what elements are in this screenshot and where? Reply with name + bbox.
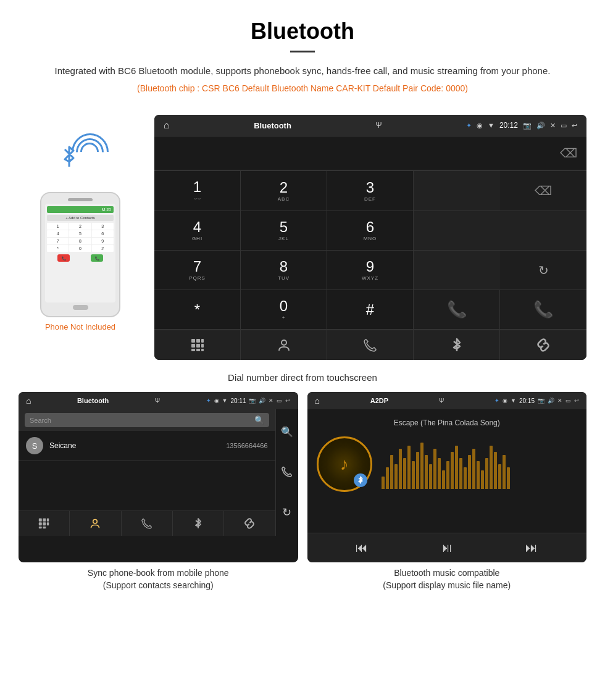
pb-refresh-side-icon[interactable]: ↻ xyxy=(281,506,293,519)
pb-rect-icon[interactable]: ▭ xyxy=(277,398,282,404)
music-rect-icon[interactable]: ▭ xyxy=(565,398,571,404)
dial-key-4[interactable]: 4 GHI xyxy=(154,211,241,251)
music-card: ⌂ A2DP Ψ ✦ ◉ ▼ 20:15 📷 🔊 ✕ ▭ ↩ Escape (T… xyxy=(307,392,587,596)
dial-end-button[interactable]: 📞 xyxy=(500,290,586,330)
visualizer-bar xyxy=(485,458,488,489)
contact-avatar: S xyxy=(26,437,43,454)
window-icon[interactable]: ▭ xyxy=(561,122,567,130)
music-body: Escape (The Pina Colada Song) ♪ xyxy=(307,409,587,533)
pb-close-icon[interactable]: ✕ xyxy=(269,398,273,404)
pb-call-side-icon[interactable] xyxy=(281,466,293,477)
pb-search-side-icon[interactable]: 🔍 xyxy=(281,426,293,438)
pb-vol-icon[interactable]: 🔊 xyxy=(259,398,265,404)
next-track-button[interactable]: ⏭ xyxy=(525,541,538,555)
phone-key: 3 xyxy=(92,223,114,230)
phone-key: 8 xyxy=(69,238,91,244)
phone-key: 6 xyxy=(92,230,114,237)
dial-call-button[interactable]: 📞 xyxy=(414,290,500,330)
phonebook-footer xyxy=(19,510,275,536)
visualizer-bar xyxy=(451,452,454,489)
dial-key-1[interactable]: 1 ⌣⌣ xyxy=(154,171,241,211)
call-icon: 📞 xyxy=(447,300,467,319)
search-area: Search 🔍 xyxy=(19,409,275,431)
prev-track-button[interactable]: ⏮ xyxy=(356,541,368,555)
location-icon: ◉ xyxy=(477,122,483,130)
dial-refresh-button[interactable]: ↻ xyxy=(500,251,586,290)
music-back-icon[interactable]: ↩ xyxy=(574,398,579,404)
footer-bluetooth-btn[interactable] xyxy=(414,330,500,360)
contact-row[interactable]: S Seicane 13566664466 xyxy=(19,431,275,461)
svg-rect-17 xyxy=(43,527,46,528)
footer-phone-btn[interactable] xyxy=(327,330,414,360)
dial-key-3[interactable]: 3 DEF xyxy=(327,171,414,211)
music-wifi-icon: ▼ xyxy=(511,398,516,404)
pb-footer-phone[interactable] xyxy=(122,511,173,536)
dial-key-6[interactable]: 6 MNO xyxy=(327,211,414,251)
pb-home-icon[interactable]: ⌂ xyxy=(26,396,31,406)
back-icon[interactable]: ↩ xyxy=(572,122,577,130)
music-close-icon[interactable]: ✕ xyxy=(557,398,562,404)
dial-grid: 1 ⌣⌣ 2 ABC 3 DEF ⌫ 4 GHI 5 JKL xyxy=(154,170,586,330)
home-icon[interactable]: ⌂ xyxy=(164,120,170,131)
close-icon[interactable]: ✕ xyxy=(550,122,556,130)
dial-key-9[interactable]: 9 WXYZ xyxy=(327,251,414,290)
music-caption-line2: (Support display music file name) xyxy=(311,580,584,592)
pb-bt-icon: ✦ xyxy=(206,398,211,404)
phone-contact: + Add to Contacts xyxy=(47,215,114,221)
dial-key-hash[interactable]: # xyxy=(327,290,414,330)
dial-key-8[interactable]: 8 TUV xyxy=(241,251,327,290)
footer-dialpad-btn[interactable] xyxy=(154,330,241,360)
pb-footer-dialpad[interactable] xyxy=(19,511,70,536)
music-caption: Bluetooth music compatible (Support disp… xyxy=(307,562,587,596)
music-usb-icon: Ψ xyxy=(439,398,444,404)
visualizer-bar xyxy=(425,455,428,489)
visualizer-bar xyxy=(490,446,493,489)
dial-header: ⌂ Bluetooth Ψ ✦ ◉ ▼ 20:12 📷 🔊 ✕ ▭ ↩ xyxy=(154,115,586,136)
visualizer-bar xyxy=(481,470,484,489)
pb-footer-contacts[interactable] xyxy=(70,511,121,536)
bluetooth-waves xyxy=(49,133,111,183)
phonebook-main: Search 🔍 S Seicane 13566664466 xyxy=(19,409,275,536)
visualizer-bar xyxy=(455,446,458,489)
music-header: ⌂ A2DP Ψ ✦ ◉ ▼ 20:15 📷 🔊 ✕ ▭ ↩ xyxy=(307,392,587,409)
dial-backspace-area[interactable]: ⌫ xyxy=(500,171,586,211)
visualizer-bar xyxy=(399,449,402,489)
dial-time: 20:12 xyxy=(499,121,518,130)
dial-key-0[interactable]: 0 + xyxy=(241,290,327,330)
phone-call-bar: M:20 xyxy=(47,206,114,213)
phone-illustration-side: M:20 + Add to Contacts 1 2 3 4 5 6 7 8 9… xyxy=(19,115,142,360)
search-bar[interactable]: Search 🔍 xyxy=(25,413,269,427)
dial-key-7[interactable]: 7 PQRS xyxy=(154,251,241,290)
svg-rect-13 xyxy=(39,522,42,525)
svg-rect-12 xyxy=(47,519,49,522)
visualizer-bar xyxy=(390,455,393,489)
footer-link-btn[interactable] xyxy=(500,330,586,360)
volume-icon[interactable]: 🔊 xyxy=(536,122,545,130)
usb-icon: Ψ xyxy=(375,121,382,130)
footer-contacts-btn[interactable] xyxy=(241,330,327,360)
pb-footer-bt[interactable] xyxy=(173,511,224,536)
dial-key-2[interactable]: 2 ABC xyxy=(241,171,327,211)
visualizer-bar xyxy=(438,458,441,489)
svg-rect-14 xyxy=(43,522,46,525)
dial-key-5[interactable]: 5 JKL xyxy=(241,211,327,251)
pb-header-icons: ✦ ◉ ▼ 20:11 📷 🔊 ✕ ▭ ↩ xyxy=(206,398,291,404)
music-home-icon[interactable]: ⌂ xyxy=(315,396,320,406)
backspace-button[interactable]: ⌫ xyxy=(560,146,577,160)
pb-cam-icon[interactable]: 📷 xyxy=(249,398,256,404)
camera-icon[interactable]: 📷 xyxy=(523,122,532,130)
svg-rect-7 xyxy=(196,349,200,351)
pb-usb-icon: Ψ xyxy=(155,398,160,404)
music-bt-icon: ✦ xyxy=(494,398,499,404)
phone-key: 5 xyxy=(69,230,91,237)
dial-caption: Dial number direct from touchscreen xyxy=(0,366,605,392)
music-vol-icon[interactable]: 🔊 xyxy=(548,398,554,404)
music-cam-icon[interactable]: 📷 xyxy=(538,398,544,404)
visualizer-bar xyxy=(416,452,419,489)
phone-key: 7 xyxy=(47,238,69,244)
play-pause-button[interactable]: ⏯ xyxy=(441,541,453,555)
pb-footer-link[interactable] xyxy=(224,511,275,536)
pb-back-icon[interactable]: ↩ xyxy=(285,398,290,404)
dial-key-star[interactable]: * xyxy=(154,290,241,330)
svg-point-9 xyxy=(282,340,286,345)
